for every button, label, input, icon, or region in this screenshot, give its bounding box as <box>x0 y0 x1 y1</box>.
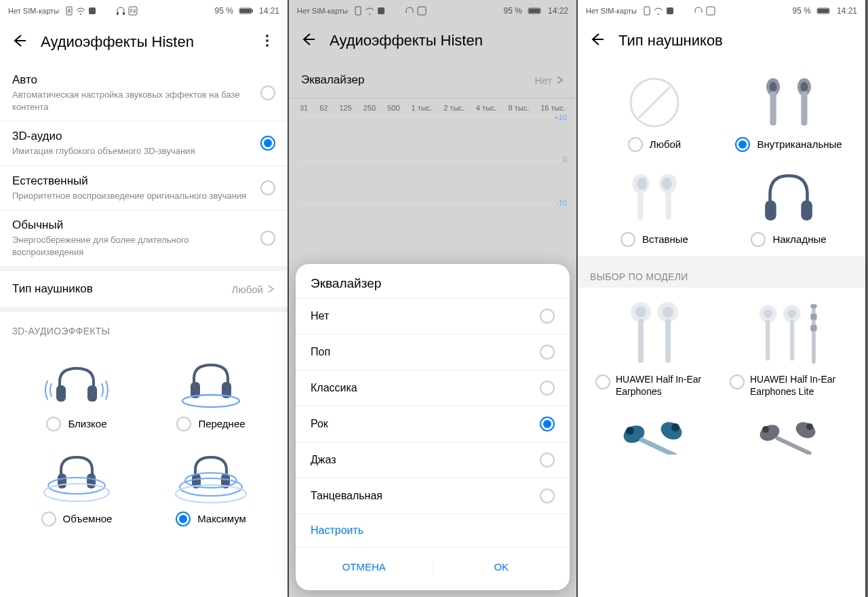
type-over-ear[interactable]: Накладные <box>722 163 856 251</box>
eq-option-pop[interactable]: Поп <box>296 334 570 370</box>
svg-rect-18 <box>87 474 96 488</box>
eq-customize[interactable]: Настроить <box>296 514 570 547</box>
eq-option-jazz[interactable]: Джаз <box>296 442 570 478</box>
effect-volume[interactable]: Объемное <box>9 442 144 531</box>
headphone-type-row[interactable]: Тип наушников Любой <box>0 271 288 307</box>
eq-option-classic[interactable]: Классика <box>296 370 570 406</box>
mode-title: Авто <box>12 73 260 87</box>
svg-point-11 <box>266 44 269 47</box>
mode-sub: Автоматическая настройка звуковых эффект… <box>12 89 260 113</box>
arrow-left-icon <box>300 31 316 47</box>
battery-icon <box>239 6 254 16</box>
radio[interactable] <box>540 381 555 396</box>
svg-rect-45 <box>801 92 807 126</box>
mode-auto[interactable]: Авто Автоматическая настройка звуковых э… <box>0 65 288 121</box>
svg-point-64 <box>787 309 796 318</box>
headphones-icon <box>694 6 703 16</box>
model-huawei-half[interactable]: HUAWEI Half In-Ear Earphones <box>587 288 722 408</box>
svg-point-74 <box>671 423 679 431</box>
svg-point-78 <box>793 419 818 442</box>
status-bar: Нет SIM-карты 95 % 14:21 <box>0 0 288 22</box>
mode-sub: Энергосбережение для более длительного в… <box>12 234 260 258</box>
radio[interactable] <box>176 512 191 526</box>
radio[interactable] <box>46 417 61 431</box>
radio[interactable] <box>260 180 275 195</box>
header: Аудиоэффекты Histen <box>0 22 288 65</box>
back-button[interactable] <box>300 31 316 50</box>
more-button[interactable] <box>258 31 277 53</box>
type-earbud[interactable]: Вставные <box>587 163 722 251</box>
radio[interactable] <box>730 374 745 389</box>
svg-line-39 <box>639 87 670 118</box>
radio[interactable] <box>751 232 766 247</box>
radio[interactable] <box>540 309 555 324</box>
eq-nav-row[interactable]: Эквалайзер Нет <box>289 62 576 98</box>
radio[interactable] <box>595 374 610 389</box>
status-icons-left <box>353 6 386 16</box>
status-time: 14:21 <box>837 6 857 16</box>
chevron-right-icon <box>266 284 275 294</box>
svg-rect-51 <box>666 190 671 220</box>
type-list: Любой Внутриканальные <box>578 62 865 597</box>
ok-button[interactable]: OK <box>433 552 570 582</box>
effect-max[interactable]: Максимум <box>144 442 278 531</box>
radio[interactable] <box>176 417 191 431</box>
back-button[interactable] <box>589 31 605 50</box>
page-title: Аудиоэффекты Histen <box>41 33 244 51</box>
screen-headphone-type: Нет SIM-карты 95 % 14:21 Тип наушников <box>578 0 867 597</box>
radio[interactable] <box>540 417 555 431</box>
effect-close[interactable]: Близкое <box>9 347 144 436</box>
mode-natural[interactable]: Естественный Приоритетное воспроизведени… <box>0 166 288 211</box>
eq-bands: 31 62 125 250 500 1 тыс. 2 тыс. 4 тыс. 8… <box>289 98 576 112</box>
radio[interactable] <box>260 231 275 246</box>
screen-audio-effects: Нет SIM-карты 95 % 14:21 Аудиоэффекты Hi… <box>0 0 289 597</box>
radio[interactable] <box>41 512 56 526</box>
effect-illustration <box>39 446 114 507</box>
wifi-icon <box>76 6 85 16</box>
svg-rect-53 <box>801 201 812 220</box>
mode-normal[interactable]: Обычный Энергосбережение для более длите… <box>0 210 288 266</box>
page-title: Тип наушников <box>618 32 854 50</box>
status-icons-left <box>64 6 97 16</box>
wifi-icon <box>365 6 374 16</box>
model-huawei-half-lite[interactable]: HUAWEI Half In-Ear Earphones Lite <box>722 288 856 408</box>
nav-value: Любой <box>232 284 263 295</box>
header: Тип наушников <box>578 22 865 62</box>
radio[interactable] <box>735 137 750 152</box>
effect-front[interactable]: Переднее <box>144 347 278 436</box>
mode-3d-audio[interactable]: 3D-аудио Имитация глубокого объемного 3D… <box>0 121 288 166</box>
radio[interactable] <box>620 232 635 247</box>
radio[interactable] <box>628 137 643 152</box>
svg-point-73 <box>658 419 684 443</box>
model-illustration <box>722 414 856 455</box>
section-3d-effects: 3D-АУДИОЭФФЕКТЫ <box>0 312 288 342</box>
cancel-button[interactable]: ОТМЕНА <box>296 552 433 582</box>
eq-option-dance[interactable]: Танцевальная <box>296 478 570 514</box>
back-button[interactable] <box>11 33 27 52</box>
svg-rect-77 <box>774 436 812 455</box>
radio[interactable] <box>260 85 275 100</box>
svg-point-16 <box>182 395 239 407</box>
svg-rect-29 <box>418 7 426 15</box>
radio[interactable] <box>260 136 275 151</box>
eq-option-none[interactable]: Нет <box>296 298 570 334</box>
radio[interactable] <box>540 488 555 503</box>
eq-option-rock[interactable]: Рок <box>296 406 570 442</box>
svg-rect-28 <box>378 7 384 14</box>
dialog-title: Эквалайзер <box>296 276 570 298</box>
effect-label: Близкое <box>68 418 106 431</box>
radio[interactable] <box>540 345 555 360</box>
screen-equalizer: Нет SIM-карты 95 % 14:22 Аудиоэффекты Hi… <box>289 0 578 597</box>
svg-rect-37 <box>818 9 829 13</box>
type-any[interactable]: Любой <box>587 68 722 156</box>
svg-rect-31 <box>529 9 540 13</box>
type-in-ear[interactable]: Внутриканальные <box>722 68 856 156</box>
effect-label: Максимум <box>197 513 246 526</box>
svg-rect-34 <box>667 7 673 14</box>
type-illustration <box>617 72 692 133</box>
sim-icon <box>64 6 74 16</box>
radio[interactable] <box>540 452 555 467</box>
nfc-icon <box>706 6 715 16</box>
svg-rect-26 <box>355 7 361 15</box>
headphones-icon <box>116 6 125 16</box>
